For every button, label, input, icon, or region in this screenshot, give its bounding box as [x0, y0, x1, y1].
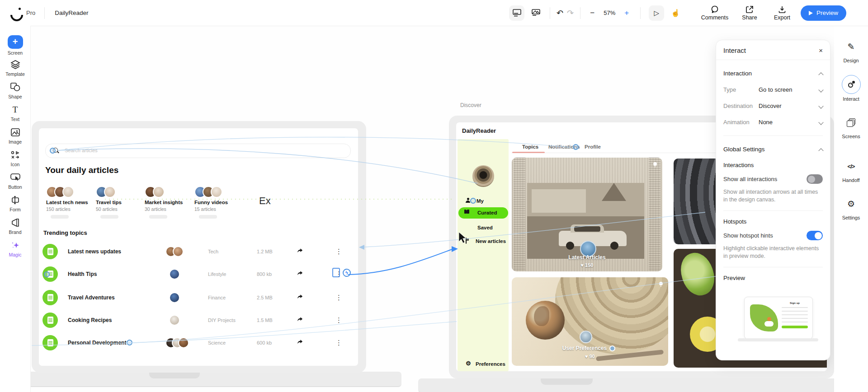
tool-form[interactable]: Form — [0, 192, 30, 215]
tool-text[interactable]: T Text — [0, 102, 30, 124]
share-row-icon[interactable] — [297, 270, 303, 278]
export-button[interactable]: Export — [768, 5, 796, 21]
interaction-bolt-badge[interactable]: ϟ — [343, 269, 351, 277]
close-icon[interactable]: × — [819, 47, 823, 54]
screens-stack-icon — [842, 113, 860, 131]
rail-settings[interactable]: ⚙ Settings — [842, 195, 860, 220]
show-hotspot-hints-toggle[interactable] — [807, 231, 823, 240]
trending-row-selected[interactable]: Health Tips Lifestyle 800 kb ⋮ ϟ — [42, 265, 355, 283]
redo-icon[interactable]: ↷ — [567, 9, 574, 17]
tool-image[interactable]: Image — [0, 124, 30, 147]
menu-item-saved[interactable]: Saved — [458, 223, 509, 233]
screen-title-discover[interactable]: Discover — [460, 102, 481, 108]
tool-brand[interactable]: Brand — [0, 215, 30, 237]
show-hotspot-hints-label: Show hotspot hints — [723, 232, 773, 239]
rail-screens[interactable]: Screens — [842, 113, 860, 139]
menu-item-my[interactable]: My — [458, 196, 509, 206]
stray-text-element[interactable]: Ex — [259, 195, 271, 207]
preview-button[interactable]: Preview — [801, 5, 846, 21]
hotspot-health-tips[interactable] — [44, 271, 50, 277]
desktop-view-icon[interactable] — [509, 5, 524, 21]
zoom-in-button[interactable]: + — [621, 9, 632, 18]
likes-count[interactable]: ♥ 90 — [512, 354, 668, 359]
trending-row[interactable]: Latest news updates Tech 1.2 MB ⋮ — [42, 243, 355, 261]
share-button[interactable]: Share — [736, 5, 764, 21]
tab-profile[interactable]: Profile — [585, 144, 601, 149]
hotspot-notifications[interactable] — [573, 144, 579, 150]
hotspot-personal-development[interactable] — [127, 340, 132, 345]
kebab-menu-icon[interactable]: ⋮ — [335, 315, 342, 325]
profile-avatar[interactable] — [472, 165, 494, 187]
share-row-icon[interactable] — [297, 247, 303, 256]
tool-icon[interactable]: Icon — [0, 147, 30, 169]
menu-item-new-articles[interactable]: New articles — [458, 237, 509, 247]
share-row-icon[interactable] — [297, 339, 303, 347]
form-icon — [10, 195, 20, 205]
show-all-interactions-toggle[interactable] — [807, 174, 823, 184]
avatar-group — [165, 337, 193, 348]
cover-image-icon[interactable] — [528, 5, 543, 21]
project-title[interactable]: DailyReader — [55, 9, 88, 16]
pin-icon[interactable] — [653, 162, 657, 166]
hotspot-search[interactable] — [50, 148, 56, 154]
menu-item-curated[interactable]: Curated — [458, 207, 508, 219]
tool-button[interactable]: Button — [0, 169, 30, 192]
rail-design[interactable]: ✎ Design — [842, 37, 860, 63]
show-all-interactions-label: Show all interactions — [723, 176, 777, 182]
active-tab-underline — [512, 152, 545, 153]
hotspot-my[interactable] — [470, 198, 476, 204]
undo-icon[interactable]: ↶ — [557, 9, 563, 17]
chevron-down-icon — [818, 120, 823, 125]
article-icon — [42, 335, 58, 350]
trending-row[interactable]: Travel Adventures Finance 2.5 MB ⋮ — [42, 289, 355, 307]
preview-thumbnail[interactable]: Sign up — [723, 289, 823, 343]
category-card[interactable]: Funny videos 15 articles — [194, 186, 241, 219]
menu-item-preferences[interactable]: ⚙ Preferences — [458, 359, 509, 369]
type-select[interactable]: Type Go to screen — [723, 86, 823, 93]
zoom-out-button[interactable]: − — [587, 9, 598, 18]
share-row-icon[interactable] — [297, 294, 303, 302]
card-user-preferences[interactable]: User Preferences ♥ 90 — [512, 277, 668, 366]
rail-interact[interactable]: Interact — [842, 75, 861, 102]
shape-icon — [10, 82, 20, 93]
card-action-pill[interactable] — [149, 215, 167, 219]
destination-select[interactable]: Destination Discover — [723, 103, 823, 109]
category-card[interactable]: Latest tech news 150 articles — [46, 186, 93, 219]
comments-button[interactable]: Comments — [698, 5, 731, 21]
card-action-pill[interactable] — [51, 215, 69, 219]
card-action-pill[interactable] — [100, 215, 118, 219]
tab-topics[interactable]: Topics — [522, 144, 538, 149]
global-settings-header[interactable]: Global Settings — [723, 146, 823, 153]
kebab-menu-icon[interactable]: ⋮ — [335, 338, 342, 347]
category-card[interactable]: Travel tips 50 articles — [96, 186, 143, 219]
trending-row[interactable]: Personal Development Science 600 kb ⋮ — [42, 334, 355, 352]
chevron-up-icon — [818, 72, 823, 77]
interaction-section-header[interactable]: Interaction — [723, 70, 823, 77]
tool-screen[interactable]: + Screen — [0, 34, 30, 56]
tool-template[interactable]: Template — [0, 56, 30, 79]
interact-node-icon — [842, 75, 861, 94]
search-input[interactable]: Search articles — [45, 144, 351, 158]
tool-shape[interactable]: Shape — [0, 79, 30, 102]
hotspots-subheader: Hotspots — [723, 218, 823, 225]
card-latest-articles[interactable]: Latest Articles ♥ 150 — [512, 158, 662, 271]
hand-tool-icon[interactable]: ☝ — [668, 5, 683, 21]
animation-select[interactable]: Animation None — [723, 119, 823, 126]
likes-count[interactable]: ♥ 150 — [512, 262, 662, 268]
rail-handoff[interactable]: </> Handoff — [842, 157, 860, 183]
kebab-menu-icon[interactable]: ⋮ — [335, 293, 342, 302]
trending-row[interactable]: Cooking Recipes DIY Projects 1.5 MB ⋮ — [42, 311, 355, 329]
card-avatar-badge[interactable] — [580, 331, 592, 343]
play-preview-icon[interactable]: ▷ — [649, 5, 664, 21]
tool-magic[interactable]: Magic — [0, 237, 30, 260]
home-screen[interactable]: Search articles Your daily articles Late… — [39, 128, 358, 366]
category-card[interactable]: Market insights 30 articles — [145, 186, 192, 219]
kebab-menu-icon[interactable]: ⋮ — [335, 247, 342, 256]
uizard-logo[interactable] — [10, 7, 22, 19]
laptop-frame-home[interactable]: Search articles Your daily articles Late… — [32, 121, 366, 373]
zoom-level[interactable]: 57% — [601, 9, 618, 16]
pin-icon[interactable] — [659, 282, 663, 285]
share-row-icon[interactable] — [297, 316, 303, 324]
card-action-pill[interactable] — [199, 215, 217, 219]
hotspot-user-preferences[interactable] — [609, 345, 615, 351]
